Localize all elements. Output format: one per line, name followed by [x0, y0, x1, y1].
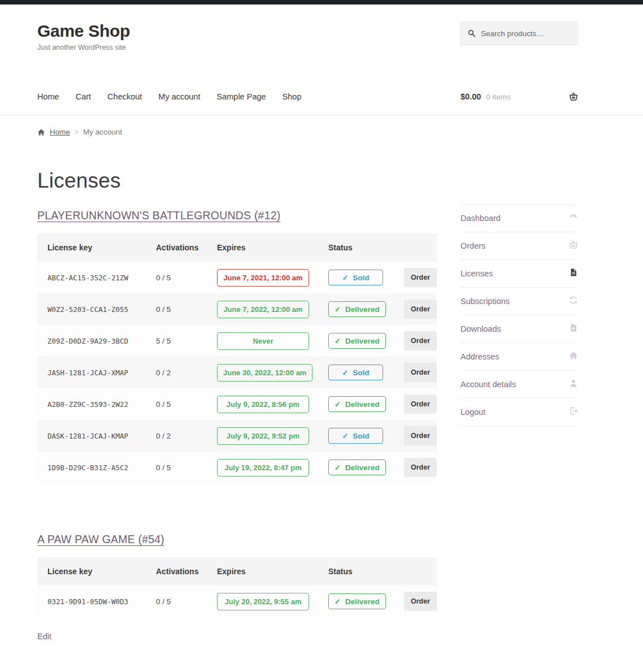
- edit-link[interactable]: Edit: [37, 632, 51, 641]
- order-button[interactable]: Order: [404, 300, 437, 319]
- expires-date-badge: June 30, 2022, 12:00 am: [217, 364, 312, 381]
- license-section: PLAYERUNKNOWN'S BATTLEGROUNDS (#12)Licen…: [37, 193, 437, 483]
- bottom-spacer: [0, 641, 643, 672]
- activations-cell: 5 / 5: [156, 337, 217, 345]
- license-row: 0321-9D91-05DW-W0D30 / 5July 20, 2022, 9…: [37, 586, 437, 617]
- license-section-heading-link[interactable]: A PAW PAW GAME (#54): [37, 533, 164, 546]
- sidebar-item-subscriptions[interactable]: Subscriptions: [460, 288, 578, 315]
- dashboard-icon: [569, 213, 578, 224]
- status-label: Sold: [353, 274, 369, 282]
- order-button[interactable]: Order: [404, 426, 437, 445]
- status-badge: ✓Sold: [328, 428, 383, 444]
- order-button[interactable]: Order: [404, 363, 437, 382]
- order-button[interactable]: Order: [404, 394, 437, 414]
- status-badge: ✓Delivered: [328, 593, 386, 609]
- order-cell: Order: [404, 363, 437, 382]
- nav-link-shop[interactable]: Shop: [283, 92, 302, 101]
- page-title: Licenses: [37, 169, 437, 193]
- search-input[interactable]: [481, 29, 570, 38]
- license-row: DASK-1281-JCAJ-KMAP0 / 2July 9, 2022, 9:…: [37, 420, 437, 452]
- order-button[interactable]: Order: [404, 592, 437, 611]
- column-header-status: Status: [328, 243, 404, 252]
- check-icon: ✓: [334, 597, 341, 606]
- home-icon: [37, 128, 45, 136]
- expires-cell: July 19, 2022, 8:47 pm: [217, 459, 328, 476]
- license-key-cell: Z09Z-D0DZ-9A29-3BCD: [47, 337, 156, 345]
- sidebar-item-label: Logout: [460, 407, 485, 417]
- sidebar-item-logout[interactable]: Logout: [460, 398, 578, 426]
- breadcrumb-separator: >: [75, 128, 79, 136]
- nav-link-checkout[interactable]: Checkout: [107, 92, 142, 101]
- license-row: ABCZ-AC15-352C-21ZW0 / 5June 7, 2021, 12…: [37, 262, 437, 293]
- check-icon: ✓: [342, 432, 348, 440]
- expires-date-badge: July 19, 2022, 8:47 pm: [217, 459, 309, 476]
- license-key-cell: JASH-1281-JCAJ-XMAP: [47, 368, 156, 377]
- activations-cell: 0 / 5: [156, 274, 217, 282]
- check-icon: ✓: [334, 463, 341, 472]
- sidebar-item-orders[interactable]: Orders: [460, 232, 578, 260]
- basket-icon: [569, 92, 578, 101]
- order-cell: Order: [404, 426, 437, 445]
- sidebar-item-addresses[interactable]: Addresses: [460, 343, 578, 371]
- status-label: Delivered: [345, 463, 380, 472]
- expires-cell: July 9, 2022, 8:56 pm: [217, 396, 328, 413]
- column-header-license-key: License key: [47, 567, 156, 576]
- activations-cell: 0 / 5: [156, 463, 217, 472]
- activations-cell: 0 / 5: [156, 597, 217, 606]
- nav-item-cart: Cart: [76, 92, 91, 102]
- order-button[interactable]: Order: [404, 458, 437, 477]
- status-badge: ✓Sold: [328, 270, 383, 285]
- cart-item-count: 0 items: [486, 93, 511, 101]
- order-button[interactable]: Order: [404, 331, 437, 350]
- sidebar-item-account-details[interactable]: Account details: [460, 371, 578, 398]
- status-cell: ✓Delivered: [328, 301, 404, 317]
- license-key-cell: 0321-9D91-05DW-W0D3: [47, 597, 156, 606]
- status-label: Delivered: [345, 305, 380, 314]
- status-cell: ✓Delivered: [328, 459, 404, 475]
- license-section: A PAW PAW GAME (#54)License keyActivatio…: [37, 500, 437, 617]
- order-cell: Order: [404, 458, 437, 477]
- breadcrumb-home-link[interactable]: Home: [50, 128, 70, 136]
- licenses-table: License keyActivationsExpiresStatus0321-…: [37, 557, 437, 617]
- status-cell: ✓Sold: [328, 428, 404, 444]
- sidebar-item-dashboard[interactable]: Dashboard: [460, 205, 578, 232]
- cart-total: $0.00: [460, 92, 481, 101]
- home-icon: [569, 351, 578, 362]
- check-icon: ✓: [342, 368, 348, 377]
- sidebar-item-label: Orders: [460, 241, 485, 250]
- status-cell: ✓Delivered: [328, 333, 404, 349]
- nav-item-shop: Shop: [283, 92, 302, 102]
- license-key-cell: DASK-1281-JCAJ-KMAP: [47, 432, 156, 440]
- nav-item-home: Home: [37, 92, 59, 102]
- cart-summary[interactable]: $0.00 0 items: [460, 92, 578, 101]
- breadcrumb: Home > My account: [37, 128, 578, 136]
- order-button[interactable]: Order: [404, 268, 437, 287]
- sidebar-item-downloads[interactable]: Downloads: [460, 315, 578, 343]
- status-label: Delivered: [345, 337, 380, 345]
- basket-icon: [569, 240, 578, 252]
- license-row: W0Z2-5203-CCA1-Z0550 / 5June 7, 2022, 12…: [37, 293, 437, 325]
- file-icon: [569, 268, 578, 279]
- account-menu: DashboardOrdersLicensesSubscriptionsDown…: [460, 204, 578, 426]
- column-header-activations: Activations: [156, 567, 217, 576]
- expires-cell: June 30, 2022, 12:00 am: [217, 364, 328, 381]
- download-file-icon: [569, 323, 578, 335]
- logout-icon: [569, 406, 578, 418]
- nav-link-sample-page[interactable]: Sample Page: [217, 92, 266, 101]
- product-search-form[interactable]: [460, 21, 578, 45]
- status-label: Sold: [353, 368, 369, 377]
- nav-link-home[interactable]: Home: [37, 92, 59, 101]
- status-label: Sold: [353, 432, 369, 440]
- order-cell: Order: [404, 331, 437, 350]
- status-badge: ✓Delivered: [328, 459, 386, 475]
- sidebar-item-licenses[interactable]: Licenses: [460, 260, 578, 288]
- nav-link-my-account[interactable]: My account: [158, 92, 200, 101]
- nav-link-cart[interactable]: Cart: [76, 92, 91, 101]
- license-key-cell: ABCZ-AC15-352C-21ZW: [47, 274, 156, 282]
- license-section-heading-link[interactable]: PLAYERUNKNOWN'S BATTLEGROUNDS (#12): [37, 209, 280, 222]
- license-key-cell: W0Z2-5203-CCA1-Z055: [47, 305, 156, 314]
- admin-bar-strip: [0, 0, 643, 5]
- order-cell: Order: [404, 592, 437, 611]
- column-header-expires: Expires: [217, 243, 328, 252]
- license-key-cell: 1D9B-D29C-B31Z-A5C2: [47, 463, 156, 472]
